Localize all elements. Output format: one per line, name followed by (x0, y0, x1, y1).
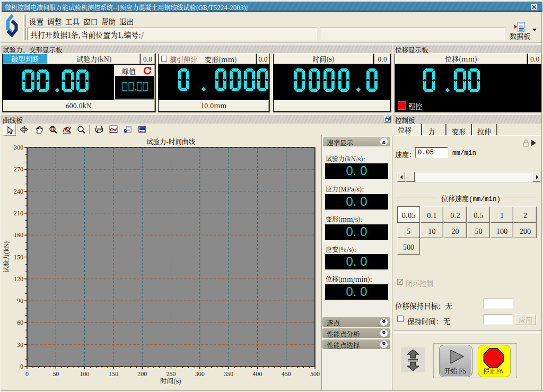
svg-text:0: 0 (20, 362, 23, 370)
svg-text:90: 90 (17, 296, 23, 304)
svg-text:150: 150 (109, 369, 118, 378)
svg-text:试验力-时间曲线: 试验力-时间曲线 (146, 137, 195, 146)
svg-text:150: 150 (14, 252, 23, 261)
svg-text:60: 60 (17, 318, 23, 326)
svg-text:300: 300 (195, 369, 205, 378)
svg-text:450: 450 (282, 369, 291, 378)
svg-text:200: 200 (137, 369, 147, 378)
svg-text:400: 400 (252, 369, 262, 378)
svg-text:试验力(kN): 试验力(kN) (2, 241, 10, 272)
svg-text:时间(s): 时间(s) (160, 376, 181, 386)
svg-text:300: 300 (14, 143, 23, 151)
svg-text:50: 50 (52, 369, 59, 378)
svg-text:120: 120 (14, 274, 23, 283)
svg-text:30: 30 (17, 340, 23, 349)
svg-text:100: 100 (80, 369, 90, 378)
svg-text:210: 210 (14, 208, 23, 217)
svg-text:180: 180 (14, 230, 23, 239)
svg-text:350: 350 (224, 369, 233, 378)
svg-text:240: 240 (14, 187, 23, 195)
svg-text:500: 500 (310, 369, 320, 378)
svg-text:0: 0 (25, 369, 29, 378)
svg-text:270: 270 (14, 164, 23, 173)
